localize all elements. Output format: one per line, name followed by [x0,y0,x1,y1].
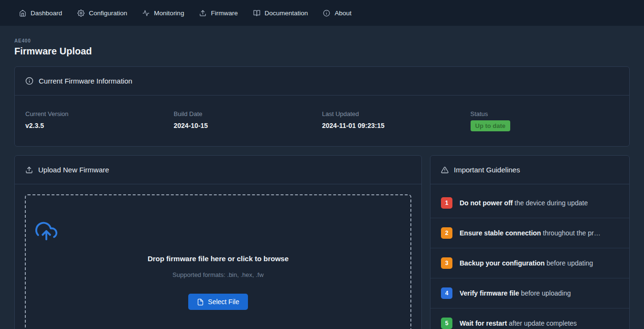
nav-label: Dashboard [31,10,62,17]
guideline-text: Verify firmware file before uploading [460,289,571,297]
field-label: Current Version [25,110,174,117]
device-model-label: AE400 [14,38,630,43]
guidelines-card: Important Guidelines 1 Do not power off … [430,155,630,329]
nav-label: Documentation [265,10,308,17]
card-title: Current Firmware Information [39,77,132,85]
guideline-badge: 5 [441,318,452,329]
info-icon [323,10,330,17]
cloud-upload-icon [35,220,401,242]
guideline-badge: 1 [441,197,452,209]
nav-label: Firmware [211,10,237,17]
field-label: Status [471,110,619,117]
home-icon [19,10,26,17]
nav-label: Configuration [89,10,127,17]
select-file-button[interactable]: Select File [188,294,247,310]
guideline-row: 3 Backup your configuration before updat… [430,248,629,278]
field-last-updated: Last Updated 2024-11-01 09:23:15 [322,110,471,131]
guideline-badge: 4 [441,287,452,299]
status-badge: Up to date [471,120,511,131]
guideline-text: Backup your configuration before updatin… [460,259,593,267]
upload-firmware-card: Upload New Firmware Drop firmware file h… [14,155,422,329]
field-label: Build Date [174,110,322,117]
nav-item-documentation[interactable]: Documentation [253,10,308,17]
field-value: v2.3.5 [25,122,174,129]
nav-item-firmware[interactable]: Firmware [199,10,237,17]
guideline-text: Ensure stable connection throughout the … [460,229,601,237]
upload-icon [199,10,206,17]
field-value: 2024-10-15 [174,122,322,129]
page-title: Firmware Upload [14,46,630,57]
guidelines-list: 1 Do not power off the device during upd… [430,184,629,329]
field-value: 2024-11-01 09:23:15 [322,122,471,129]
field-status: Status Up to date [471,110,619,131]
nav-item-about[interactable]: About [323,10,351,17]
file-icon [197,298,204,306]
guideline-text: Wait for restart after update completes [460,319,577,327]
select-file-label: Select File [208,298,239,306]
card-title: Upload New Firmware [38,166,109,174]
dropzone-formats: Supported formats: .bin, .hex, .fw [35,271,401,278]
firmware-dropzone[interactable]: Drop firmware file here or click to brow… [25,194,411,329]
activity-icon [142,10,150,17]
info-circle-icon [25,77,33,85]
top-navbar: Dashboard Configuration Monitoring Firmw… [0,0,644,26]
guideline-text: Do not power off the device during updat… [460,199,588,207]
nav-item-configuration[interactable]: Configuration [77,10,127,17]
field-current-version: Current Version v2.3.5 [25,110,174,131]
current-firmware-card-header: Current Firmware Information [15,67,629,96]
field-build-date: Build Date 2024-10-15 [174,110,322,131]
lower-two-column-area: Upload New Firmware Drop firmware file h… [14,155,630,329]
gear-icon [77,10,85,17]
firmware-info-grid: Current Version v2.3.5 Build Date 2024-1… [15,96,629,146]
nav-label: About [334,10,351,17]
upload-card-header: Upload New Firmware [15,156,421,184]
nav-label: Monitoring [154,10,184,17]
upload-icon [25,166,33,174]
field-label: Last Updated [322,110,471,117]
nav-item-monitoring[interactable]: Monitoring [142,10,184,17]
card-title: Important Guidelines [454,166,520,174]
guideline-row: 2 Ensure stable connection throughout th… [430,218,629,248]
nav-item-dashboard[interactable]: Dashboard [19,10,62,17]
guideline-row: 4 Verify firmware file before uploading [430,278,629,308]
dropzone-title: Drop firmware file here or click to brow… [35,255,401,263]
guideline-badge: 2 [441,227,452,239]
book-icon [253,10,260,17]
guidelines-card-header: Important Guidelines [430,156,629,184]
guideline-row: 5 Wait for restart after update complete… [430,308,629,329]
upload-card-body: Drop firmware file here or click to brow… [15,184,421,329]
guideline-badge: 3 [441,257,452,269]
current-firmware-card: Current Firmware Information Current Ver… [14,66,630,147]
page-content: AE400 Firmware Upload Current Firmware I… [0,26,644,329]
warning-triangle-icon [441,166,449,174]
guideline-row: 1 Do not power off the device during upd… [430,188,629,218]
